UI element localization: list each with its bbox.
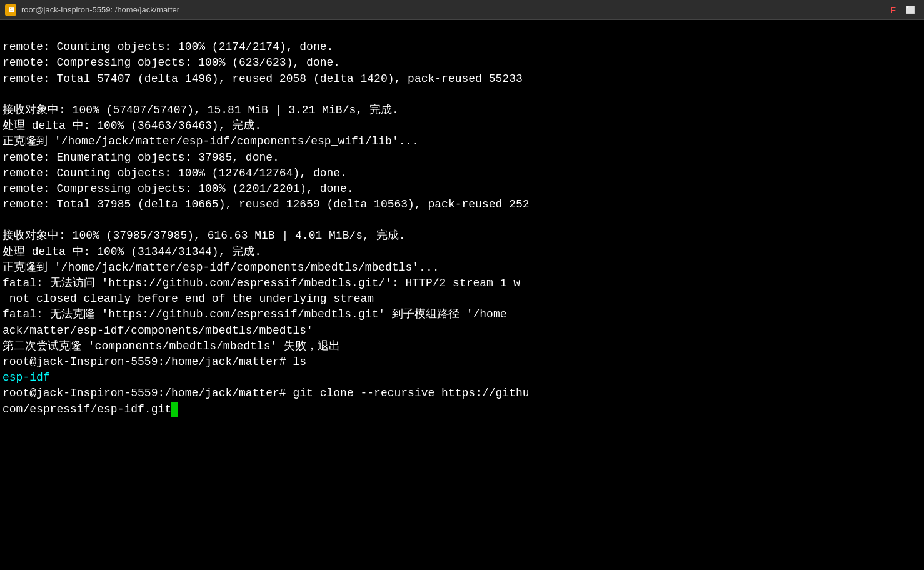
terminal-line: remote: Total 57407 (delta 1496), reused… [3,71,921,87]
terminal-line: esp-idf [3,370,921,386]
terminal-line: 第二次尝试克隆 'components/mbedtls/mbedtls' 失败，… [3,339,921,354]
prompt-command: git clone --recursive https://githu [293,387,529,399]
terminal-line: ack/matter/esp-idf/components/mbedtls/mb… [3,323,921,339]
terminal-output[interactable]: remote: Counting objects: 100% (2174/217… [0,20,924,570]
prompt-command: ls [293,356,306,368]
close-button[interactable]: —F [878,4,900,16]
terminal-line: remote: Total 37985 (delta 10665), reuse… [3,197,921,212]
terminal-line: fatal: 无法访问 'https://github.com/espressi… [3,276,921,291]
terminal-line: remote: Compressing objects: 100% (623/6… [3,55,921,71]
restore-button[interactable]: ⬜ [902,4,919,16]
terminal-line: 处理 delta 中: 100% (36463/36463), 完成. [3,118,921,134]
terminal-line: root@jack-Inspiron-5559:/home/jack/matte… [3,354,921,370]
terminal-line: fatal: 无法克隆 'https://github.com/espressi… [3,307,921,322]
terminal-line: remote: Counting objects: 100% (12764/12… [3,166,921,181]
title-bar-left: 🖥 root@jack-Inspiron-5559: /home/jack/ma… [5,4,179,16]
terminal-line: com/espressif/esp-idf.git [3,402,921,418]
terminal-line: remote: Counting objects: 100% (2174/217… [3,39,921,55]
window-title: root@jack-Inspiron-5559: /home/jack/matt… [21,5,179,14]
terminal-line: 正克隆到 '/home/jack/matter/esp-idf/componen… [3,134,921,149]
cursor [171,402,178,418]
terminal-empty-line [3,212,921,228]
prompt-user: root@jack-Inspiron-5559:/home/jack/matte… [3,356,293,368]
title-bar: 🖥 root@jack-Inspiron-5559: /home/jack/ma… [0,0,924,20]
terminal-line: 处理 delta 中: 100% (31344/31344), 完成. [3,244,921,260]
terminal-line: remote: Compressing objects: 100% (2201/… [3,181,921,197]
terminal-line: not closed cleanly before end of the und… [3,291,921,307]
terminal-empty-line [3,87,921,102]
terminal-line: 接收对象中: 100% (57407/57407), 15.81 MiB | 3… [3,102,921,118]
terminal-line: 正克隆到 '/home/jack/matter/esp-idf/componen… [3,260,921,276]
terminal-line: remote: Enumerating objects: 37985, done… [3,150,921,166]
prompt-user: root@jack-Inspiron-5559:/home/jack/matte… [3,387,293,399]
terminal-line: 接收对象中: 100% (37985/37985), 616.63 MiB | … [3,228,921,244]
terminal-line: root@jack-Inspiron-5559:/home/jack/matte… [3,386,921,401]
window-controls: —F ⬜ [878,4,919,16]
terminal-icon: 🖥 [5,4,16,16]
